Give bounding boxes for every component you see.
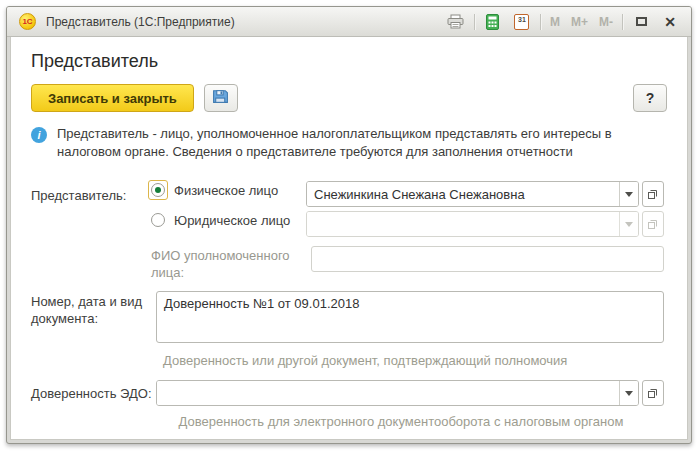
legal-entity-input[interactable] [307, 212, 619, 236]
titlebar-controls: 31 M M+ M- ✕ [445, 12, 681, 32]
separator [622, 14, 623, 30]
maximize-icon [636, 17, 647, 26]
fio-label: ФИО уполномоченного лица: [151, 247, 309, 281]
fio-input[interactable] [311, 246, 664, 272]
close-icon: ✕ [664, 15, 676, 29]
toolbar: Записать и закрыть ? [31, 84, 667, 112]
info-icon: i [31, 127, 47, 143]
memory-m-minus-button[interactable]: M- [597, 15, 615, 29]
individual-dropdown-button[interactable] [619, 182, 638, 206]
open-form-icon [647, 188, 659, 200]
memory-m-button[interactable]: M [548, 15, 562, 29]
edo-open-button[interactable] [642, 380, 664, 406]
window-title: Представитель (1С:Предприятие) [46, 15, 235, 29]
separator [474, 14, 475, 30]
edo-dropdown-button[interactable] [619, 381, 638, 405]
chevron-down-icon [625, 391, 633, 396]
radio-legal-entity[interactable]: Юридическое лицо [148, 210, 290, 230]
save-close-button[interactable]: Записать и закрыть [31, 84, 194, 112]
edo-hint: Доверенность для электронного документоо… [156, 414, 646, 429]
legal-dropdown-button [619, 212, 638, 236]
separator [540, 14, 541, 30]
edo-field-row [156, 380, 664, 406]
info-banner: i Представитель - лицо, уполномоченное н… [31, 125, 651, 161]
document-label: Номер, дата и вид документа: [31, 293, 151, 327]
maximize-button[interactable] [630, 12, 652, 32]
screen: 1С Представитель (1С:Предприятие) [0, 0, 700, 458]
close-button[interactable]: ✕ [659, 12, 681, 32]
individual-input[interactable] [307, 182, 619, 206]
individual-open-button[interactable] [642, 181, 664, 207]
edo-label: Доверенность ЭДО: [31, 386, 152, 401]
calendar-icon[interactable]: 31 [511, 12, 533, 32]
info-text: Представитель - лицо, уполномоченное нал… [57, 125, 651, 161]
edo-input[interactable] [157, 381, 619, 405]
chevron-down-icon [625, 222, 633, 227]
floppy-save-icon [212, 88, 229, 108]
radio-individual-circle[interactable] [151, 183, 165, 197]
legal-entity-field-row [306, 211, 664, 237]
open-form-icon [647, 387, 659, 399]
help-button[interactable]: ? [633, 84, 667, 112]
memory-m-plus-button[interactable]: M+ [569, 15, 590, 29]
save-button[interactable] [204, 84, 238, 112]
legal-open-button [642, 211, 664, 237]
print-icon[interactable] [445, 12, 467, 32]
open-form-icon [647, 218, 659, 230]
window: 1С Представитель (1С:Предприятие) [6, 6, 692, 444]
form-window-content: Представитель Записать и закрыть ? [10, 37, 688, 440]
calculator-icon[interactable] [482, 12, 504, 32]
document-hint: Доверенность или другой документ, подтве… [163, 353, 567, 368]
radio-legal-label: Юридическое лицо [174, 213, 290, 228]
representative-label: Представитель: [31, 188, 126, 203]
document-textarea[interactable]: Доверенность №1 от 09.01.2018 [156, 291, 664, 343]
1c-logo-icon: 1С [19, 13, 36, 30]
page-title: Представитель [31, 51, 687, 72]
radio-individual-label: Физическое лицо [174, 183, 278, 198]
individual-field-row [306, 181, 664, 207]
titlebar[interactable]: 1С Представитель (1С:Предприятие) [7, 7, 691, 37]
radio-individual[interactable]: Физическое лицо [148, 180, 278, 200]
form-area: Представитель: Физическое лицо Юридическ… [11, 176, 687, 439]
radio-legal-circle[interactable] [151, 213, 165, 227]
chevron-down-icon [625, 192, 633, 197]
